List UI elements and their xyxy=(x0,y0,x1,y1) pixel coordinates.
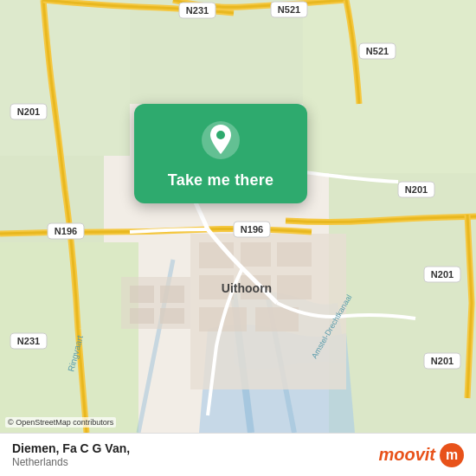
svg-text:N196: N196 xyxy=(241,224,263,235)
svg-rect-1 xyxy=(0,0,130,156)
svg-rect-16 xyxy=(277,275,312,299)
svg-rect-13 xyxy=(277,242,312,267)
location-info: Diemen, Fa C G Van, Netherlands xyxy=(12,441,130,470)
svg-rect-21 xyxy=(160,286,184,303)
location-name: Diemen, Fa C G Van, xyxy=(12,441,130,456)
svg-text:N201: N201 xyxy=(431,356,453,366)
svg-text:N521: N521 xyxy=(278,4,300,15)
svg-text:N201: N201 xyxy=(405,184,428,195)
svg-text:N201: N201 xyxy=(431,269,453,280)
pin-icon xyxy=(200,119,241,161)
svg-rect-22 xyxy=(130,308,154,324)
take-me-there-button[interactable]: Take me there xyxy=(168,171,273,190)
moovit-dot-icon: m xyxy=(440,443,464,467)
svg-rect-20 xyxy=(130,286,154,303)
svg-point-49 xyxy=(216,131,225,139)
svg-text:N196: N196 xyxy=(55,226,77,236)
location-country: Netherlands xyxy=(12,456,130,470)
map-container: N521 N521 N231 N201 N231 N196 N196 N201 … xyxy=(0,0,476,433)
svg-rect-12 xyxy=(241,242,271,267)
location-card[interactable]: Take me there xyxy=(134,104,307,203)
svg-text:N231: N231 xyxy=(17,336,40,346)
svg-rect-3 xyxy=(303,0,476,173)
svg-text:N231: N231 xyxy=(186,5,209,16)
svg-rect-23 xyxy=(160,308,184,324)
moovit-logo: moovit m xyxy=(378,443,464,467)
map-attribution: © OpenStreetMap contributors xyxy=(5,417,116,428)
moovit-text: moovit xyxy=(378,445,435,465)
svg-text:N521: N521 xyxy=(366,46,389,56)
svg-text:Uithoorn: Uithoorn xyxy=(222,281,272,295)
bottom-bar: Diemen, Fa C G Van, Netherlands moovit m xyxy=(0,433,476,476)
svg-text:N201: N201 xyxy=(17,106,40,117)
